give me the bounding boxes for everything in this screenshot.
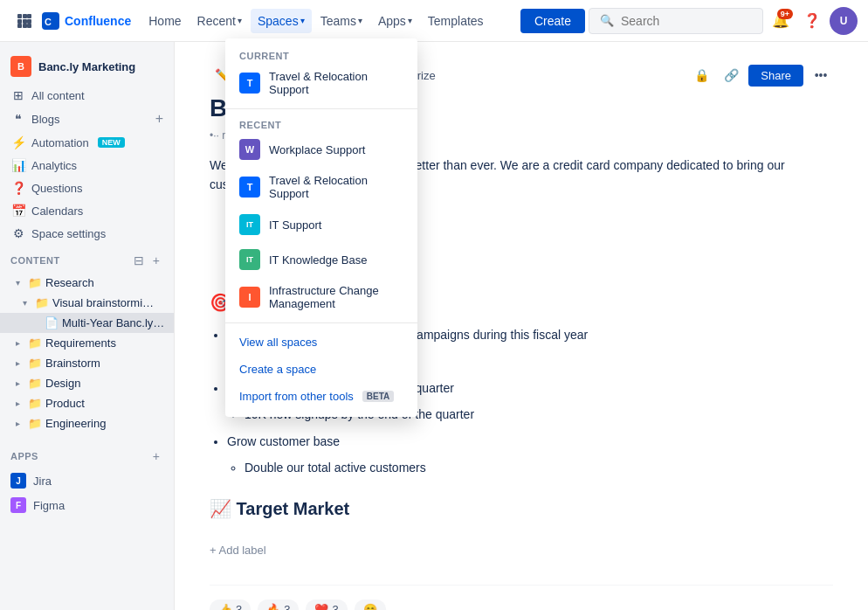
help-button[interactable]: ❓	[798, 7, 826, 35]
dropdown-it-knowledge[interactable]: IT IT Knowledge Base	[225, 242, 417, 277]
apps-add-icon[interactable]: +	[149, 447, 163, 465]
visual-brainstorming-label: Visual brainstorming round	[52, 296, 157, 309]
figma-label: Figma	[33, 499, 65, 512]
product-folder-icon: 📁	[28, 397, 42, 410]
app-logo[interactable]: C Confluence	[42, 12, 131, 30]
thumbsup-count: 3	[236, 603, 242, 610]
sidebar-item-calendars[interactable]: 📅 Calendars	[0, 199, 174, 222]
it-support-icon: IT	[239, 214, 260, 235]
search-input[interactable]	[621, 14, 752, 28]
reaction-thumbsup[interactable]: 👍 3	[210, 600, 251, 610]
design-toggle-icon[interactable]: ▸	[10, 378, 24, 388]
create-button[interactable]: Create	[520, 9, 585, 33]
add-label-text: + Add label	[210, 544, 266, 557]
content-filter-icon[interactable]: ⊟	[130, 252, 148, 269]
brainstorm-label: Brainstorm	[45, 357, 100, 370]
link-button[interactable]: 🔗	[719, 63, 743, 87]
sidebar-item-analytics[interactable]: 📊 Analytics	[0, 154, 174, 177]
apps-section-header: APPS +	[0, 440, 174, 468]
svg-rect-5	[27, 19, 31, 24]
dropdown-travel-relocation-2[interactable]: T Travel & Relocation Support	[225, 167, 417, 207]
tree-item-requirements[interactable]: ▸ 📁 Requirements	[0, 333, 174, 353]
requirements-folder-icon: 📁	[28, 336, 42, 350]
research-toggle-icon[interactable]: ▾	[10, 278, 24, 288]
create-space-link[interactable]: Create a space	[225, 356, 417, 383]
topnav-teams[interactable]: Teams ▾	[313, 9, 369, 33]
travel-relocation-label: Travel & Relocation Support	[269, 70, 403, 96]
import-link[interactable]: Import from other tools BETA	[225, 383, 417, 410]
product-toggle-icon[interactable]: ▸	[10, 399, 24, 408]
engineering-folder-icon: 📁	[28, 417, 42, 430]
sidebar-space[interactable]: B Banc.ly Marketing	[0, 49, 174, 84]
grid-icon[interactable]	[10, 7, 38, 35]
figma-icon: F	[10, 497, 26, 513]
requirements-toggle-icon[interactable]: ▸	[10, 338, 24, 348]
dropdown-travel-relocation[interactable]: T Travel & Relocation Support	[225, 63, 417, 103]
requirements-label: Requirements	[45, 336, 116, 350]
view-all-spaces-link[interactable]: View all spaces	[225, 329, 417, 356]
multiyear-label: Multi-Year Banc.ly Stra...	[62, 316, 167, 329]
jira-icon: J	[10, 473, 26, 489]
svg-rect-7	[23, 24, 27, 28]
travel-relocation-2-icon: T	[239, 177, 260, 198]
notifications-button[interactable]: 🔔 9+	[767, 7, 795, 35]
sidebar-item-all-content[interactable]: ⊞ All content	[0, 84, 174, 107]
dropdown-infrastructure[interactable]: I Infrastructure Change Management	[225, 277, 417, 317]
content-section-actions: ⊟ +	[130, 252, 163, 269]
sidebar-item-space-settings[interactable]: ⚙ Space settings	[0, 222, 174, 245]
sidebar-app-figma[interactable]: F Figma	[0, 493, 174, 517]
tree-item-brainstorm[interactable]: ▸ 📁 Brainstorm	[0, 353, 174, 373]
topnav-apps[interactable]: Apps ▾	[371, 9, 419, 33]
add-label-button[interactable]: + Add label	[210, 544, 833, 557]
recent-chevron-icon: ▾	[238, 16, 242, 25]
tree-item-visual-brainstorming[interactable]: ▾ 📁 Visual brainstorming round	[0, 293, 174, 313]
topnav-spaces[interactable]: Spaces ▾	[251, 9, 312, 33]
topnav-actions: 🔔 9+ ❓ U	[767, 7, 858, 35]
sidebar-item-questions[interactable]: ❓ Questions	[0, 177, 174, 199]
tree-item-product[interactable]: ▸ 📁 Product	[0, 393, 174, 413]
reaction-smile[interactable]: 😊	[355, 600, 386, 610]
goal-3-sub-1: Double our total active customers	[245, 458, 833, 477]
svg-text:C: C	[45, 17, 52, 27]
research-folder-icon: 📁	[28, 276, 42, 289]
sidebar-app-jira[interactable]: J Jira	[0, 468, 174, 493]
sidebar: B Banc.ly Marketing ⊞ All content ❝ Blog…	[0, 42, 175, 610]
topnav-templates[interactable]: Templates	[421, 9, 491, 33]
search-bar[interactable]: 🔍	[589, 8, 763, 34]
blogs-icon: ❝	[10, 112, 26, 126]
sidebar-item-automation[interactable]: ⚡ Automation NEW	[0, 131, 174, 154]
visual-brainstorming-toggle-icon[interactable]: ▾	[17, 298, 31, 308]
infrastructure-label: Infrastructure Change Management	[269, 284, 403, 310]
lock-button[interactable]: 🔒	[689, 63, 713, 87]
topnav: C Confluence Home Recent ▾ Spaces ▾ Team…	[0, 0, 868, 42]
dropdown-it-support[interactable]: IT IT Support	[225, 207, 417, 242]
svg-rect-0	[17, 14, 22, 18]
sidebar-item-blogs[interactable]: ❝ Blogs +	[0, 107, 174, 131]
it-knowledge-icon: IT	[239, 249, 260, 270]
engineering-toggle-icon[interactable]: ▸	[10, 419, 24, 428]
more-options-button[interactable]: •••	[809, 63, 833, 87]
svg-rect-2	[27, 14, 31, 18]
dropdown-workplace[interactable]: W Workplace Support	[225, 132, 417, 167]
sidebar-automation-label: Automation	[31, 136, 89, 149]
dropdown-divider-2	[225, 322, 417, 323]
brainstorm-toggle-icon[interactable]: ▸	[10, 358, 24, 368]
reaction-fire[interactable]: 🔥 3	[258, 600, 299, 610]
tree-item-engineering[interactable]: ▸ 📁 Engineering	[0, 413, 174, 433]
content-add-icon[interactable]: +	[149, 252, 163, 269]
share-button[interactable]: Share	[748, 65, 803, 87]
user-avatar[interactable]: U	[830, 7, 858, 35]
fire-count: 3	[284, 603, 290, 610]
tree-item-research[interactable]: ▾ 📁 Research	[0, 273, 174, 293]
current-section-label: CURRENT	[225, 45, 417, 63]
topnav-home[interactable]: Home	[141, 9, 188, 33]
space-icon: B	[10, 56, 31, 77]
reaction-heart[interactable]: ❤️ 3	[306, 600, 347, 610]
product-label: Product	[45, 397, 85, 410]
tree-item-design[interactable]: ▸ 📁 Design	[0, 373, 174, 393]
space-name: Banc.ly Marketing	[38, 60, 135, 73]
topnav-recent[interactable]: Recent ▾	[190, 9, 249, 33]
add-blog-icon[interactable]: +	[155, 111, 163, 127]
sidebar-questions-label: Questions	[31, 182, 83, 195]
tree-item-multiyear[interactable]: 📄 Multi-Year Banc.ly Stra...	[0, 313, 174, 333]
